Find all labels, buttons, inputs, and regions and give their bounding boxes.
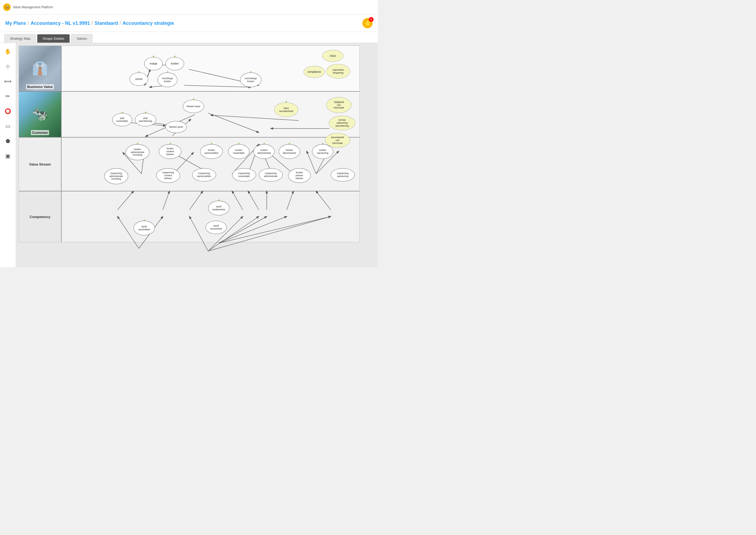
node-kosten-tussentijds[interactable]: 🍃 kostentussentijds	[228, 144, 250, 159]
node-inspanning-tussentijds[interactable]: inspanningtussentijds	[232, 168, 256, 182]
breadcrumb-my-plans[interactable]: My Plans	[5, 20, 26, 26]
node-inspanning-samenstellen[interactable]: inspanningsamenstellen	[192, 168, 216, 182]
favorites-count: 6	[369, 17, 374, 22]
node-termijnoplevering[interactable]: termijnopleveringjaarrekening	[329, 116, 356, 130]
strategy-map: 👔 Business Value 🍃 marge 🍃 kosten	[19, 45, 360, 242]
breadcrumb: My Plans / Accountancy - NL v1.9991 / St…	[5, 20, 174, 26]
node-klantenbase[interactable]: 🍃 klanten base	[183, 100, 204, 113]
favorites-badge[interactable]: ⭐ 6	[363, 18, 372, 28]
node-risico[interactable]: risico	[322, 50, 343, 62]
node-verrichtingskosten[interactable]: 🍃 verrichtingskosten	[240, 72, 261, 87]
rect-tool[interactable]: ▭	[3, 121, 13, 131]
node-klanttevredenheid[interactable]: 🍃 klanttevredenheid	[274, 102, 298, 117]
tab-shape-details[interactable]: Shape Details	[37, 34, 70, 42]
app-logo: 🐝	[3, 4, 11, 11]
lane-label-value-stream: Value Stream	[19, 138, 62, 191]
node-tarief-voortrekker[interactable]: 🍃 tariefvoortrekker	[133, 221, 155, 235]
tab-values[interactable]: Values	[71, 34, 93, 42]
title-bar: 🐝 Value Management Platform	[0, 0, 378, 15]
lane-competency: Competency 🍃 tariefmedewerker tariefacco…	[19, 191, 360, 242]
node-inspanning-administratie[interactable]: inspanningadministratie	[259, 168, 283, 182]
lane-content-customer: 🍃 klanten base 🍃 prijstussentijds 🍃 prij…	[62, 92, 360, 137]
node-kosten-abonnement[interactable]: 🍃 kostenabonnement	[279, 144, 300, 159]
node-kosten-administratie[interactable]: 🍃 kostenadministratie	[254, 144, 275, 159]
node-marge[interactable]: 🍃 marge	[144, 57, 163, 70]
node-kosten-content-beheer[interactable]: 🍃 kostencontentbeheer	[159, 144, 181, 159]
node-kosten-partner-beheer[interactable]: kostenpartnerbeheer	[288, 168, 311, 183]
node-capaciteitsbesparing[interactable]: capaciteitsbesparing	[326, 64, 350, 79]
lane-content-value-stream: 🍃 kostenadministratieinrichting 🍃 kosten…	[62, 138, 360, 191]
node-inspanning-aansturing[interactable]: inspanningaansturing	[331, 168, 355, 182]
select-tool[interactable]: ⊹	[3, 61, 13, 72]
node-kosten[interactable]: 🍃 kosten	[166, 57, 184, 70]
node-prijsjaarrekening[interactable]: 🍃 prijsjaarrekening	[135, 113, 156, 127]
node-inspanning-content-beheer[interactable]: inspanningcontentbeheer	[156, 168, 180, 183]
tab-strategy-map[interactable]: Strategy Map	[4, 34, 36, 42]
tabs-bar: Strategy Map Shape Details Values	[0, 32, 378, 43]
strategy-canvas[interactable]: 👔 Business Value 🍃 marge 🍃 kosten	[16, 43, 378, 267]
lane-label-business-value: 👔 Business Value	[19, 46, 62, 91]
main-content: ✋ ⊹ ⟺ ✏ ⭕ ▭ ⬟ ▣	[0, 43, 378, 267]
breadcrumb-standaard[interactable]: Standaard	[94, 20, 118, 26]
oval-tool[interactable]: ⭕	[3, 106, 13, 117]
app-title: Value Management Platform	[13, 5, 53, 9]
breadcrumb-accountancy[interactable]: Accountancy - NL v1.9991	[31, 20, 90, 26]
lane-business-value: 👔 Business Value 🍃 marge 🍃 kosten	[19, 46, 360, 92]
toolbar: ✋ ⊹ ⟺ ✏ ⭕ ▭ ⬟ ▣	[0, 43, 16, 267]
node-kosten-samenstellen[interactable]: 🍃 kostensamenstellen	[200, 144, 223, 159]
hand-tool[interactable]: ✋	[3, 46, 13, 57]
node-tarief-accountant[interactable]: tariefaccountant	[205, 221, 227, 234]
node-prijstussentijds[interactable]: 🍃 prijstussentijds	[112, 113, 132, 127]
frame-tool[interactable]: ▣	[3, 151, 13, 161]
lane-value-stream: Value Stream 🍃 kostenadministratieinrich…	[19, 138, 360, 191]
node-inspanning-adm-inrichting[interactable]: inspanningadministratieinrichting	[104, 168, 128, 184]
node-kosten-adm-inrichting[interactable]: 🍃 kostenadministratieinrichting	[125, 144, 149, 160]
trapezoid-tool[interactable]: ⬟	[3, 136, 13, 146]
node-kosten-aansturing[interactable]: 🍃 kostenaansturing	[312, 144, 333, 159]
node-omzet[interactable]: 🍃 omzet	[129, 72, 148, 86]
lane-label-competency: Competency	[19, 191, 62, 242]
node-klantengroei[interactable]: klanten groei	[166, 121, 187, 133]
lane-content-business-value: 🍃 marge 🍃 kosten 🍃 omzet 🍃 inrichtingsko…	[62, 46, 360, 91]
breadcrumb-strategie[interactable]: Accountancy strategie	[122, 20, 174, 26]
lane-title-competency: Competency	[30, 215, 50, 219]
lane-content-competency: 🍃 tariefmedewerker tariefaccountant 🍃 ta…	[62, 191, 360, 242]
header: My Plans / Accountancy - NL v1.9991 / St…	[0, 15, 378, 32]
lane-title-customer: Customer	[31, 130, 49, 135]
node-inrichtingskosten[interactable]: 🍃 inrichtingskosten	[157, 72, 177, 87]
lane-customer: 🐄 Customer 🍃 klanten base 🍃 prijstussent…	[19, 92, 360, 138]
draw-tool[interactable]: ✏	[3, 91, 13, 101]
lane-label-customer: 🐄 Customer	[19, 92, 62, 137]
node-compliance[interactable]: compliance	[304, 66, 325, 78]
node-tijdigheid[interactable]: Tijdigheidvaninformatie	[326, 97, 351, 113]
lane-title-business-value: Business Value	[19, 84, 61, 89]
node-tarief-medewerker[interactable]: 🍃 tariefmedewerker	[208, 201, 230, 215]
move-tool[interactable]: ⟺	[3, 76, 13, 87]
lane-title-value-stream: Value Stream	[29, 162, 51, 166]
